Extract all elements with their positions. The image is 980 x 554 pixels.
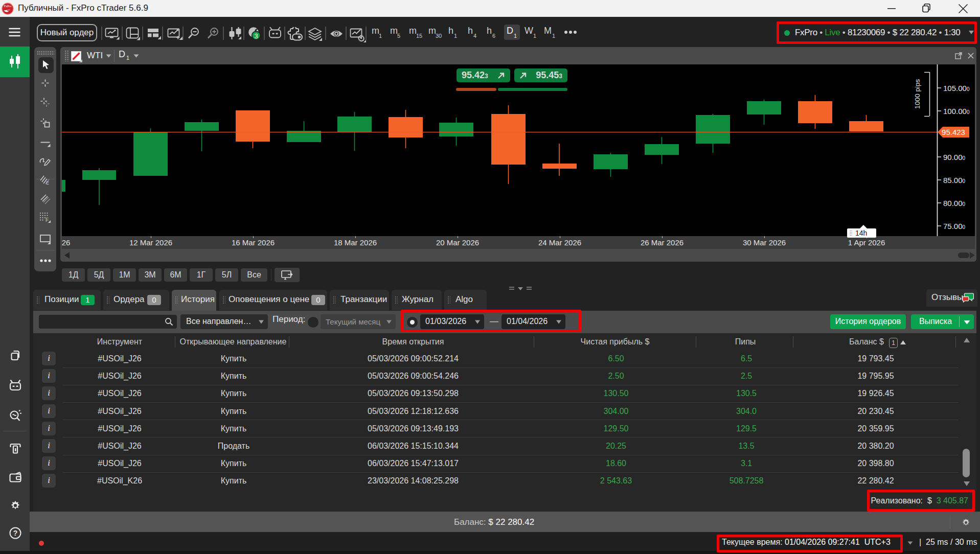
svg-text:3: 3 [254, 32, 258, 40]
svg-text:E: E [46, 180, 49, 186]
svg-text:FxPro: FxPro [4, 5, 12, 8]
svg-text:F: F [45, 217, 49, 223]
svg-text:1000 pips: 1000 pips [914, 79, 921, 109]
svg-text:?: ? [13, 529, 18, 537]
